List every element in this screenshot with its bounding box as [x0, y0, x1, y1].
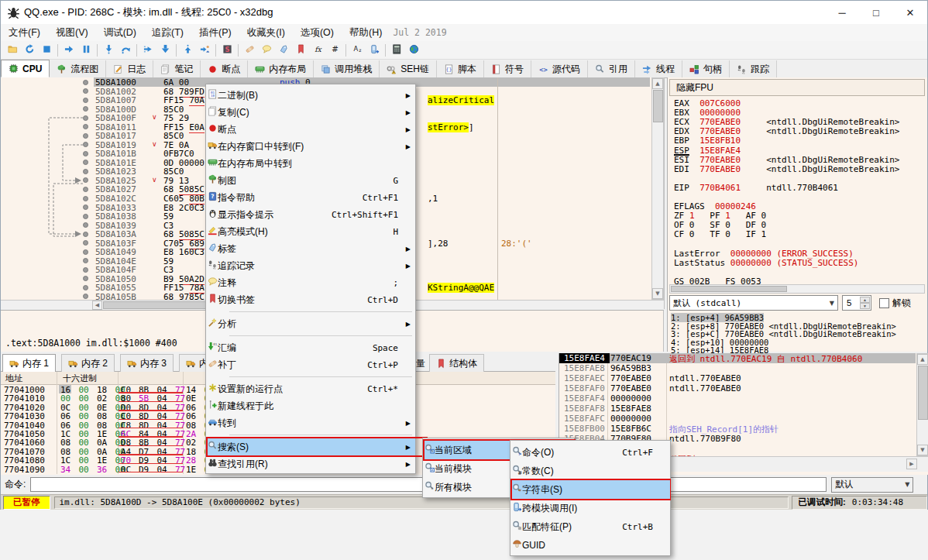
- step-over-button[interactable]: [117, 42, 134, 58]
- follow-in-memory-map-icon: [208, 157, 218, 170]
- menu-item-graph[interactable]: 制图G: [208, 172, 415, 189]
- tab-CPU[interactable]: CPU: [1, 60, 50, 77]
- menu-item-find-references[interactable]: 查找引用(R)▶: [208, 455, 415, 472]
- stack-row[interactable]: 15E8FAF0770EABE0ntdll.770EABE0: [559, 383, 916, 393]
- stack-row[interactable]: 15E8FAF815E8FAE8: [559, 404, 916, 414]
- constants-button[interactable]: #: [326, 42, 343, 58]
- command-profile-dropdown[interactable]: 默认▼: [831, 477, 913, 493]
- menu-item-create-thread-here[interactable]: 新建线程于此: [208, 397, 415, 414]
- menu-item-3[interactable]: 追踪(T): [144, 25, 191, 41]
- stack-row[interactable]: 15E8FAFC00000000: [559, 414, 916, 424]
- scylla-button[interactable]: S: [218, 42, 235, 58]
- menu-item-0[interactable]: 文件(F): [1, 25, 48, 41]
- menu-item-set-new-origin[interactable]: 设置新的运行点Ctrl+*: [208, 380, 415, 397]
- maximize-button[interactable]: □: [859, 1, 893, 24]
- tab-符号[interactable]: 符号: [484, 60, 531, 77]
- unlock-checkbox[interactable]: [879, 298, 889, 308]
- open-folder-button[interactable]: [4, 42, 21, 58]
- menu-item-show-mnemonic-brief[interactable]: 显示指令提示Ctrl+Shift+F1: [208, 206, 415, 223]
- menu-item-7[interactable]: 帮助(H): [342, 25, 390, 41]
- menu-item-intermodular-calls[interactable]: 跨模块调用(I): [512, 499, 670, 517]
- stack-row[interactable]: 15E8FAF400000000: [559, 393, 916, 404]
- functions-button[interactable]: fx: [309, 42, 326, 58]
- registers-panel: 隐藏FPU EAX 007C6000EBX 00000000ECX 770EAB…: [667, 77, 927, 352]
- menu-item-assemble[interactable]: 01汇编Space: [208, 339, 415, 356]
- execute-till-return-button[interactable]: [179, 42, 196, 58]
- minimize-button[interactable]: ─: [825, 1, 859, 24]
- strings-button[interactable]: Az: [349, 42, 366, 58]
- stack-row[interactable]: 15E8FB0015E8FB6C指向SEH_Record[1]的指针: [559, 424, 916, 434]
- menu-item-1[interactable]: 视图(V): [48, 25, 96, 41]
- menu-item-6[interactable]: 选项(O): [293, 25, 342, 41]
- menu-item-copy[interactable]: 复制(C)▶: [208, 104, 415, 121]
- intermodular-calls-button[interactable]: [366, 42, 383, 58]
- tab-流程图[interactable]: 流程图: [50, 60, 106, 77]
- menu-item-follow-in-dump[interactable]: 在内存窗口中转到(F)▶: [208, 138, 415, 155]
- tab-内存布局[interactable]: 内存布局: [248, 60, 314, 77]
- comments-button[interactable]: [258, 42, 275, 58]
- menu-item-string-references[interactable]: “字符串(S): [512, 480, 670, 499]
- tab-struct[interactable]: 结构体: [429, 354, 484, 372]
- menu-item-4[interactable]: 插件(P): [191, 25, 239, 41]
- close-button[interactable]: ✕: [893, 1, 927, 24]
- dump-tab-3[interactable]: 内存 3: [120, 354, 174, 372]
- tab-locals-fragment[interactable]: 量: [416, 357, 425, 370]
- argument-count-spinner[interactable]: 5 ▲▼: [842, 295, 871, 311]
- hide-fpu-button[interactable]: 隐藏FPU: [669, 79, 925, 96]
- stack-row[interactable]: 15E8FAEC770EABE0ntdll.770EABE0: [559, 373, 916, 383]
- tab-调用堆栈[interactable]: 调用堆栈: [314, 60, 380, 77]
- tab-日志[interactable]: 日志: [106, 60, 153, 77]
- calling-convention-dropdown[interactable]: 默认 (stdcall)▼: [669, 295, 838, 311]
- tab-线程[interactable]: 线程: [635, 60, 682, 77]
- menu-item-2[interactable]: 调试(D): [96, 25, 144, 41]
- run-button[interactable]: [60, 42, 77, 58]
- menu-item-goto[interactable]: 转到▶: [208, 414, 415, 431]
- run-to-user-code-button[interactable]: [196, 42, 213, 58]
- patch-button[interactable]: [241, 42, 258, 58]
- seh-icon: [387, 64, 397, 74]
- menu-item-command[interactable]: >命令(O)Ctrl+F: [512, 443, 670, 462]
- pause-button[interactable]: [77, 42, 95, 58]
- menu-item-5[interactable]: 收藏夹(I): [239, 25, 293, 41]
- stack-row[interactable]: 15E8FAE4770EAC19返回到 ntdll.770EAC19 自 ntd…: [559, 353, 916, 363]
- menu-item-patches[interactable]: 补丁Ctrl+P: [208, 356, 415, 373]
- globe-button[interactable]: [405, 42, 422, 58]
- menu-item-search[interactable]: 搜索(S)▶: [208, 438, 415, 455]
- menu-item-trace-record[interactable]: 追踪记录▶: [208, 257, 415, 274]
- step-into-button[interactable]: [100, 42, 117, 58]
- bookmarks-button[interactable]: [292, 42, 309, 58]
- menu-item-pattern[interactable]: 匹配特征(P)Ctrl+B: [512, 517, 670, 536]
- menu-item-highlight-mode[interactable]: 高亮模式(H)H: [208, 223, 415, 240]
- stack-row[interactable]: 15E8FAE896A59BB3: [559, 363, 916, 373]
- dump-tab-2[interactable]: 内存 2: [61, 354, 115, 372]
- labels-button[interactable]: [275, 42, 292, 58]
- submenu-arrow-icon: ▶: [406, 263, 411, 270]
- stack-vertical-scrollbar[interactable]: ▲ ▼: [916, 353, 928, 456]
- tab-笔记[interactable]: 笔记: [153, 60, 201, 77]
- menu-item-breakpoint[interactable]: 断点▶: [208, 121, 415, 138]
- menu-item-analysis[interactable]: 分析▶: [208, 315, 415, 332]
- menu-item-instruction-help[interactable]: ?指令帮助Ctrl+F1: [208, 189, 415, 206]
- tab-源代码[interactable]: <>源代码: [531, 60, 588, 77]
- calculator-button[interactable]: [388, 42, 405, 58]
- menu-item-binary[interactable]: 0110二进制(B)▶: [208, 87, 415, 104]
- menu-item-guid[interactable]: GUID: [512, 536, 670, 555]
- terminate-button[interactable]: [38, 42, 55, 58]
- tab-引用[interactable]: 引用: [588, 60, 635, 77]
- animate-into-button[interactable]: [139, 42, 156, 58]
- restart-button[interactable]: [21, 42, 38, 58]
- registers-horizontal-scrollbar[interactable]: [669, 284, 925, 294]
- menu-item-constant[interactable]: #常数(C): [512, 462, 670, 480]
- tab-句柄[interactable]: 句柄: [682, 60, 730, 77]
- menu-item-label[interactable]: 标签▶: [208, 240, 415, 257]
- tab-断点[interactable]: 断点: [201, 60, 248, 77]
- disasm-vertical-scrollbar[interactable]: ▲ ▼: [651, 77, 664, 300]
- tab-跟踪[interactable]: 跟踪: [730, 60, 777, 77]
- menu-item-toggle-bookmark[interactable]: 切换书签Ctrl+D: [208, 291, 415, 308]
- tab-脚本[interactable]: {}脚本: [437, 60, 484, 77]
- step-down-button[interactable]: [156, 42, 174, 58]
- menu-item-follow-in-memory-map[interactable]: 在内存布局中转到: [208, 155, 415, 172]
- tab-SEH链[interactable]: SEH链: [380, 60, 437, 77]
- menu-item-comment[interactable]: 注释;: [208, 274, 415, 291]
- dump-tab-1[interactable]: 内存 1: [2, 354, 56, 373]
